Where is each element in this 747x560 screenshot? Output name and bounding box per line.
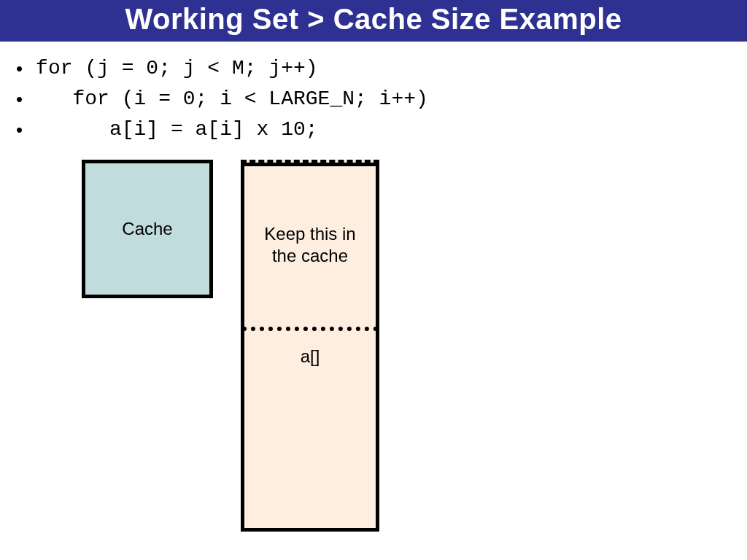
code-line-3: • a[i] = a[i] x 10; [16,114,747,145]
code-text: a[i] = a[i] x 10; [36,114,317,145]
array-box: Keep this in the cache a[] [241,160,379,532]
array-top-region: Keep this in the cache [244,163,376,327]
array-top-text: Keep this in the cache [252,223,368,267]
bullet-icon: • [16,90,23,109]
code-line-1: • for (j = 0; j < M; j++) [16,53,747,84]
cache-box: Cache [82,160,213,298]
array-bottom-label: a[] [244,346,376,367]
array-divider [242,327,378,331]
code-block: • for (j = 0; j < M; j++) • for (i = 0; … [0,42,747,145]
code-text: for (i = 0; i < LARGE_N; i++) [36,84,428,114]
slide-title: Working Set > Cache Size Example [0,0,747,42]
bullet-icon: • [16,59,23,78]
code-line-2: • for (i = 0; i < LARGE_N; i++) [16,84,747,114]
bullet-icon: • [16,120,23,139]
code-text: for (j = 0; j < M; j++) [36,53,317,84]
cache-label: Cache [122,219,172,239]
